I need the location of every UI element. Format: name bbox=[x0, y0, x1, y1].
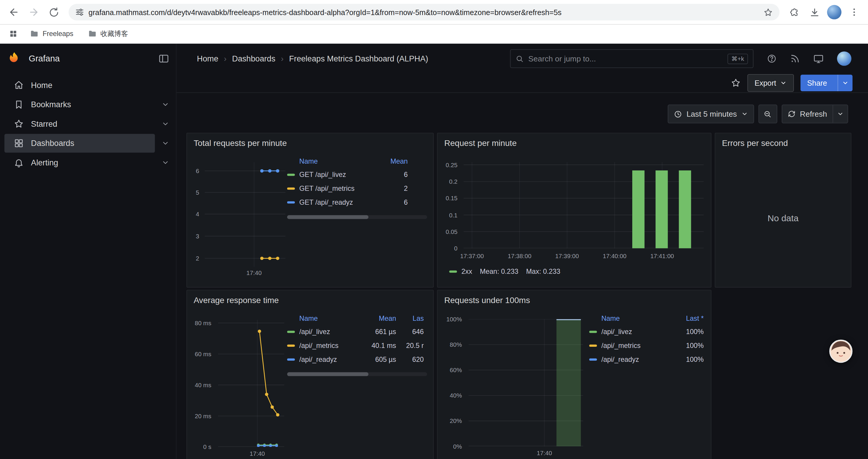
breadcrumb-separator: › bbox=[224, 54, 226, 63]
chevron-down-icon[interactable] bbox=[155, 114, 176, 133]
clock-icon bbox=[674, 110, 682, 118]
legend-row[interactable]: /api/_readyz100% bbox=[589, 352, 707, 366]
bookmark-folder-blogs[interactable]: 收藏博客 bbox=[83, 27, 133, 41]
search-input[interactable]: Search or jump to... ⌘+k bbox=[510, 49, 753, 68]
chevron-down-icon bbox=[842, 80, 848, 86]
sidebar-item-label: Home bbox=[31, 80, 52, 90]
time-range-label: Last 5 minutes bbox=[687, 109, 737, 119]
legend-value: 20.5 r bbox=[399, 341, 427, 349]
reload-icon[interactable] bbox=[44, 3, 63, 22]
legend-row[interactable]: /api/_metrics40.1 ms20.5 r bbox=[287, 338, 427, 352]
panel-requests-under-100ms: Requests under 100ms 100%80%60%40%20%0% … bbox=[437, 290, 711, 459]
refresh-interval-caret[interactable] bbox=[833, 105, 848, 123]
x-axis: 17:40 bbox=[469, 450, 583, 457]
chevron-down-icon[interactable] bbox=[155, 95, 176, 114]
legend-row[interactable]: /api/_livez661 µs646 bbox=[287, 325, 427, 338]
legend-column-header[interactable]: Mean bbox=[356, 315, 399, 322]
news-rss-icon[interactable] bbox=[790, 54, 800, 64]
x-axis: 17:37:0017:38:0017:39:0017:40:0017:41:00 bbox=[464, 253, 704, 261]
chevron-down-icon[interactable] bbox=[155, 153, 176, 172]
legend-row[interactable]: GET /api/_readyz6 bbox=[287, 195, 411, 209]
bar-chart-plot[interactable] bbox=[464, 162, 704, 249]
y-axis-tick: 2 bbox=[196, 254, 199, 262]
url-bar[interactable]: grafana.mathmast.com/d/deytv4rwavabkb/fr… bbox=[68, 4, 779, 21]
browser-menu-icon[interactable] bbox=[845, 3, 864, 22]
bookmark-folder-freeleaps[interactable]: Freeleaps bbox=[25, 27, 78, 40]
legend-item-2xx[interactable]: 2xx bbox=[449, 268, 472, 275]
y-axis-tick: 20 ms bbox=[195, 412, 211, 420]
url-text[interactable]: grafana.mathmast.com/d/deytv4rwavabkb/fr… bbox=[89, 8, 759, 16]
panel-title[interactable]: Total requests per minute bbox=[187, 133, 433, 148]
timeseries-plot[interactable] bbox=[205, 162, 285, 267]
grafana-logo-icon[interactable] bbox=[6, 52, 21, 66]
user-avatar[interactable] bbox=[837, 52, 851, 66]
zoom-out-button[interactable] bbox=[758, 104, 777, 124]
legend-row[interactable]: /api/_livez100% bbox=[589, 325, 707, 338]
legend-scrollbar bbox=[287, 372, 427, 376]
export-button[interactable]: Export bbox=[747, 74, 794, 92]
export-label: Export bbox=[754, 79, 776, 87]
sidebar-item-dashboards[interactable]: Dashboards bbox=[0, 134, 176, 153]
panel-title[interactable]: Average response time bbox=[187, 290, 433, 305]
legend-inline: 2xx Mean: 0.233 Max: 0.233 bbox=[449, 268, 560, 275]
bookmark-label: 收藏博客 bbox=[100, 29, 128, 38]
sidebar-item-starred[interactable]: Starred bbox=[0, 114, 176, 133]
scrollbar-thumb[interactable] bbox=[287, 215, 368, 219]
panel-title[interactable]: Request per minute bbox=[438, 133, 711, 148]
y-axis-tick: 6 bbox=[196, 167, 199, 174]
sidebar-item-home[interactable]: Home bbox=[0, 76, 176, 95]
y-axis-tick: 0.25 bbox=[445, 161, 457, 169]
legend-row[interactable]: /api/_readyz605 µs620 bbox=[287, 352, 427, 366]
sidebar-item-bookmarks[interactable]: Bookmarks bbox=[0, 95, 176, 114]
scrollbar-thumb[interactable] bbox=[287, 372, 368, 376]
x-axis-tick: 17:40 bbox=[537, 450, 552, 456]
favorite-star-icon[interactable] bbox=[731, 78, 741, 88]
legend-column-header[interactable]: Last * bbox=[668, 315, 707, 322]
back-icon[interactable] bbox=[4, 3, 23, 22]
bar-chart-plot[interactable] bbox=[469, 319, 583, 446]
sidebar-collapse-icon[interactable] bbox=[158, 44, 169, 73]
breadcrumb: Home › Dashboards › Freeleaps Metrics Da… bbox=[197, 54, 428, 63]
kiosk-monitor-icon[interactable] bbox=[813, 54, 824, 64]
share-label: Share bbox=[807, 79, 827, 87]
bookmark-label: Freeleaps bbox=[42, 30, 73, 37]
legend-row[interactable]: GET /api/_livez6 bbox=[287, 167, 411, 182]
legend-mean: Mean: 0.233 bbox=[480, 268, 518, 275]
series-color-swatch bbox=[287, 173, 295, 175]
share-menu-caret[interactable] bbox=[838, 75, 852, 91]
breadcrumb-dashboards[interactable]: Dashboards bbox=[232, 54, 275, 63]
bookmark-star-icon[interactable] bbox=[764, 7, 773, 17]
breadcrumb-home[interactable]: Home bbox=[197, 54, 218, 63]
share-button[interactable]: Share bbox=[800, 75, 852, 91]
legend-row[interactable]: /api/_metrics100% bbox=[589, 338, 707, 352]
site-settings-icon[interactable] bbox=[75, 8, 84, 17]
panel-errors-per-second: Errors per second No data bbox=[715, 133, 851, 287]
apps-grid-icon[interactable] bbox=[6, 29, 20, 38]
panel-title[interactable]: Requests under 100ms bbox=[438, 290, 711, 305]
y-axis: 65432 bbox=[187, 162, 202, 267]
panel-title[interactable]: Errors per second bbox=[715, 133, 851, 148]
help-icon[interactable] bbox=[767, 54, 777, 64]
time-range-picker[interactable]: Last 5 minutes bbox=[668, 104, 754, 124]
floating-assistant-avatar[interactable] bbox=[829, 340, 852, 363]
legend-column-header[interactable]: Name bbox=[287, 158, 369, 165]
timeseries-plot[interactable] bbox=[218, 320, 284, 447]
refresh-button[interactable]: Refresh bbox=[782, 105, 833, 123]
legend-value: 100% bbox=[668, 341, 707, 349]
sidebar-item-alerting[interactable]: Alerting bbox=[0, 153, 176, 172]
chevron-down-icon[interactable] bbox=[155, 134, 176, 153]
series-name: /api/_livez bbox=[299, 328, 330, 335]
series-name: /api/_metrics bbox=[299, 341, 339, 349]
legend-column-header[interactable]: Name bbox=[589, 315, 668, 322]
refresh-icon bbox=[788, 110, 795, 118]
extensions-icon[interactable] bbox=[785, 3, 804, 22]
downloads-icon[interactable] bbox=[805, 3, 824, 22]
legend-column-header[interactable]: Las bbox=[399, 315, 427, 322]
legend-column-header[interactable]: Mean bbox=[369, 158, 411, 165]
legend-column-header[interactable]: Name bbox=[287, 315, 356, 322]
y-axis-tick: 60% bbox=[450, 366, 462, 374]
brand-name: Grafana bbox=[29, 54, 60, 64]
legend-row[interactable]: GET /api/_metrics2 bbox=[287, 182, 411, 195]
search-placeholder: Search or jump to... bbox=[528, 54, 596, 63]
browser-profile-avatar[interactable] bbox=[827, 5, 841, 20]
